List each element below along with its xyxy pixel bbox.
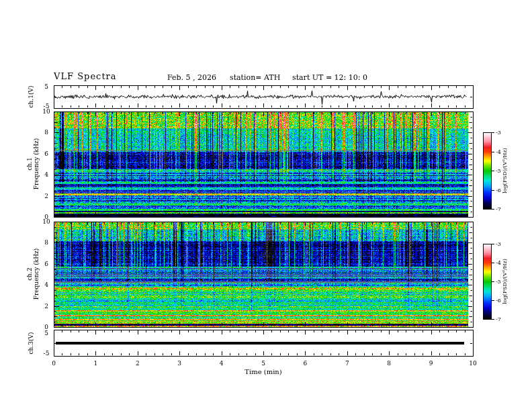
colorbar1-tick-label: -5 bbox=[496, 168, 501, 174]
colorbar1-tick-label: -7 bbox=[496, 206, 501, 212]
colorbar2-tick-label: -5 bbox=[496, 279, 501, 285]
ch1-wave-axis-label: ch.1(V) bbox=[28, 86, 34, 108]
ch1-freq-tick-label: 4 bbox=[44, 171, 48, 178]
ch1-freq-tick-label: 8 bbox=[44, 129, 48, 136]
ch2-freq-tick-label: 2 bbox=[44, 303, 48, 310]
ch1-volt-tick-label: -5 bbox=[44, 103, 50, 109]
time-tick-label: 10 bbox=[469, 360, 476, 367]
time-tick-label: 1 bbox=[94, 360, 98, 367]
ch2-freq-tick-label: 6 bbox=[44, 261, 48, 267]
time-tick-label: 5 bbox=[261, 360, 265, 367]
time-tick-label: 8 bbox=[387, 360, 391, 367]
colorbar2-tick-label: -4 bbox=[496, 260, 501, 266]
ch3-wave-axis-label: ch.3(V) bbox=[28, 332, 34, 355]
ch1-freq-axis-label: Frequency (kHz) bbox=[33, 138, 40, 190]
ch2-spec-axis-label: ch.2 Frequency (kHz) bbox=[26, 248, 40, 300]
ch1-freq-tick-label: 0 bbox=[44, 214, 48, 220]
time-tick-label: 0 bbox=[52, 360, 56, 367]
ch2-freq-tick-label: 8 bbox=[44, 239, 48, 246]
colorbar2-tick-label: -6 bbox=[496, 298, 501, 304]
ch1-freq-tick-label: 6 bbox=[44, 150, 48, 157]
ch2-freq-axis-label: Frequency (kHz) bbox=[33, 248, 40, 300]
station-label: station= ATH bbox=[230, 73, 280, 82]
ch3-volt-tick-label: -5 bbox=[44, 350, 50, 357]
colorbar2-tick-label: -7 bbox=[496, 316, 501, 322]
ch1-spec-channel-label: ch.1 bbox=[26, 138, 33, 190]
plot-canvas bbox=[0, 0, 532, 411]
time-tick-label: 9 bbox=[429, 360, 433, 367]
ch1-spec-axis-label: ch.1 Frequency (kHz) bbox=[26, 138, 40, 190]
time-tick-label: 4 bbox=[220, 360, 224, 367]
colorbar2-axis-label: log(PSD)/(V²/Hz) bbox=[502, 259, 508, 304]
ch2-spec-channel-label: ch.2 bbox=[26, 248, 33, 300]
colorbar1-tick-label: -4 bbox=[496, 148, 501, 154]
time-tick-label: 7 bbox=[345, 360, 349, 367]
start-ut-label: start UT = 12: 10: 0 bbox=[292, 73, 367, 82]
colorbar1-axis-label: log(PSD)/(V²/Hz) bbox=[502, 148, 508, 193]
time-tick-label: 6 bbox=[304, 360, 308, 367]
date-label: Feb. 5 , 2026 bbox=[167, 73, 216, 82]
colorbar2-tick-label: -3 bbox=[496, 241, 501, 247]
time-axis-label: Time (min) bbox=[245, 368, 281, 375]
ch3-volt-tick-label: 5 bbox=[44, 330, 48, 336]
colorbar1-tick-label: -3 bbox=[496, 130, 501, 136]
ch2-freq-tick-label: 4 bbox=[44, 281, 48, 288]
ch1-freq-tick-label: 2 bbox=[44, 193, 48, 199]
colorbar1-tick-label: -6 bbox=[496, 187, 501, 193]
ch1-volt-tick-label: 5 bbox=[44, 83, 48, 90]
vlf-spectra-plot: VLF Spectra Feb. 5 , 2026 station= ATH s… bbox=[0, 0, 532, 411]
time-tick-label: 3 bbox=[177, 360, 181, 367]
plot-title: VLF Spectra bbox=[54, 71, 117, 81]
time-tick-label: 2 bbox=[136, 360, 140, 367]
